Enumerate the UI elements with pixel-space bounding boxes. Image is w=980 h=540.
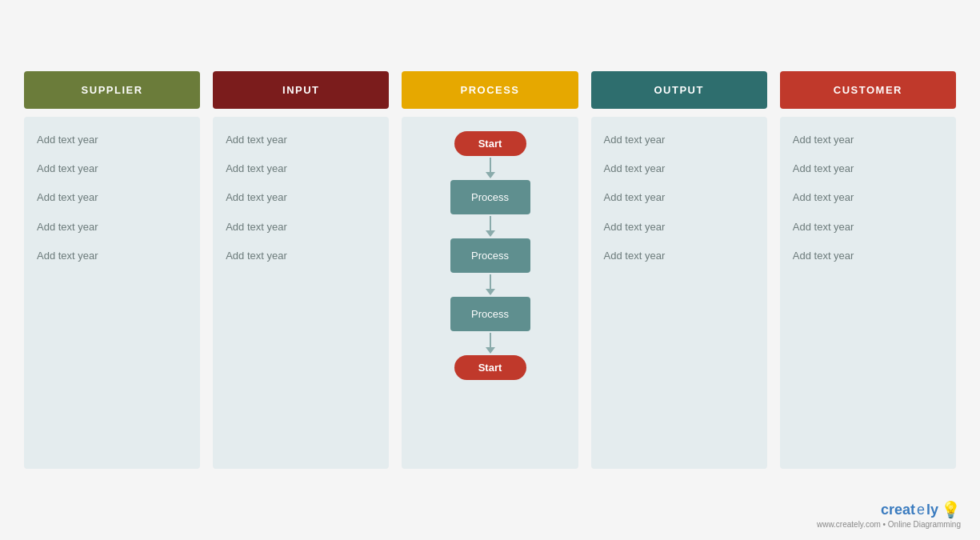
list-item: Add text year: [226, 190, 287, 205]
brand-logo: creat e ly 💡: [881, 500, 961, 519]
list-item: Add text year: [226, 133, 287, 147]
process-header: PROCESS: [402, 71, 578, 109]
input-body: Add text year Add text year Add text yea…: [213, 117, 389, 469]
column-input: INPUT Add text year Add text year Add te…: [213, 71, 389, 469]
list-item: Add text year: [37, 133, 98, 147]
list-item: Add text year: [793, 190, 854, 205]
list-item: Add text year: [604, 249, 666, 263]
column-output: OUTPUT Add text year Add text year Add t…: [591, 71, 767, 469]
diagram-container: SUPPLIER Add text year Add text year Add…: [0, 47, 980, 493]
list-item: Add text year: [37, 162, 98, 176]
process-body: Start Process Process Process Start: [402, 117, 578, 469]
input-header: INPUT: [213, 71, 389, 109]
list-item: Add text year: [793, 133, 854, 147]
list-item: Add text year: [226, 220, 287, 234]
list-item: Add text year: [604, 220, 666, 234]
list-item: Add text year: [793, 162, 854, 176]
column-process: PROCESS Start Process Process Process: [402, 71, 578, 469]
customer-header: CUSTOMER: [780, 71, 956, 109]
branding: creat e ly 💡 www.creately.com • Online D…: [817, 500, 961, 529]
list-item: Add text year: [226, 162, 287, 176]
brand-tagline: www.creately.com • Online Diagramming: [817, 520, 961, 529]
column-supplier: SUPPLIER Add text year Add text year Add…: [24, 71, 200, 469]
flow-process-1: Process: [450, 180, 530, 214]
brand-dot: e: [917, 502, 925, 518]
list-item: Add text year: [793, 220, 854, 234]
flow-arrow-3: [486, 274, 495, 295]
list-item: Add text year: [793, 249, 854, 263]
brand-name: creat: [881, 502, 915, 518]
brand-bulb-icon: 💡: [941, 500, 961, 519]
flow-start-bottom: Start: [454, 355, 526, 380]
list-item: Add text year: [604, 162, 666, 176]
list-item: Add text year: [226, 249, 287, 263]
flow-arrow-4: [486, 333, 495, 354]
output-header: OUTPUT: [591, 71, 767, 109]
flow-process-3: Process: [450, 297, 530, 331]
flow-arrow-1: [486, 158, 495, 178]
list-item: Add text year: [37, 220, 98, 234]
list-item: Add text year: [604, 133, 666, 147]
brand-ly: ly: [926, 502, 938, 518]
flow-process-2: Process: [450, 238, 530, 273]
list-item: Add text year: [37, 190, 98, 205]
supplier-body: Add text year Add text year Add text yea…: [24, 117, 200, 469]
flow-arrow-2: [486, 216, 495, 237]
list-item: Add text year: [604, 190, 666, 205]
supplier-header: SUPPLIER: [24, 71, 200, 109]
list-item: Add text year: [37, 249, 98, 263]
flow-start-top: Start: [454, 131, 526, 156]
column-customer: CUSTOMER Add text year Add text year Add…: [780, 71, 956, 469]
customer-body: Add text year Add text year Add text yea…: [780, 117, 956, 469]
output-body: Add text year Add text year Add text yea…: [591, 117, 767, 469]
